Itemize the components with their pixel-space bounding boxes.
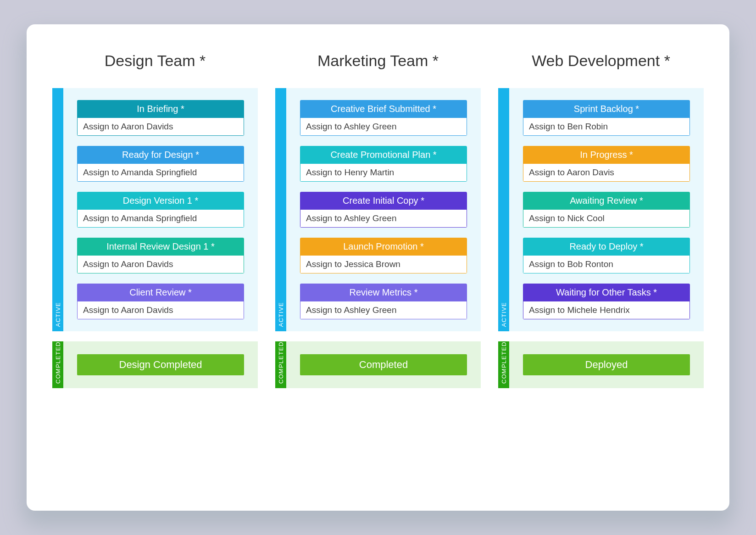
stage-title: Awaiting Review * — [523, 192, 690, 210]
completed-tab[interactable]: COMPLETED — [498, 341, 509, 388]
stage-assignee: Assign to Bob Ronton — [523, 256, 690, 273]
completed-bar[interactable]: Design Completed — [77, 354, 244, 375]
active-tab-label: ACTIVE — [278, 302, 284, 327]
active-tab[interactable]: ACTIVE — [52, 88, 63, 331]
stage[interactable]: Create Promotional Plan *Assign to Henry… — [300, 146, 467, 182]
stage-title: Client Review * — [77, 284, 244, 301]
stage-assignee: Assign to Henry Martin — [300, 164, 467, 182]
completed-bar[interactable]: Completed — [300, 354, 467, 375]
completed-tab[interactable]: COMPLETED — [52, 341, 63, 388]
active-tab[interactable]: ACTIVE — [275, 88, 286, 331]
column: Design Team *ACTIVEIn Briefing *Assign t… — [52, 52, 258, 398]
stage-assignee: Assign to Aaron Davis — [523, 164, 690, 182]
completed-panel: COMPLETEDCompleted — [275, 341, 481, 388]
stage-assignee: Assign to Ashley Green — [300, 118, 467, 136]
stage-title: Ready to Deploy * — [523, 238, 690, 256]
stage[interactable]: Launch Promotion *Assign to Jessica Brow… — [300, 238, 467, 273]
stage[interactable]: Sprint Backlog *Assign to Ben Robin — [523, 100, 690, 136]
stage[interactable]: Awaiting Review *Assign to Nick Cool — [523, 192, 690, 228]
stage-assignee: Assign to Aaron Davids — [77, 256, 244, 273]
active-tab-label: ACTIVE — [500, 302, 507, 327]
stage-title: Design Version 1 * — [77, 192, 244, 210]
stage-assignee: Assign to Ben Robin — [523, 118, 690, 136]
active-body: Creative Brief Submitted *Assign to Ashl… — [286, 88, 481, 331]
columns-wrap: Design Team *ACTIVEIn Briefing *Assign t… — [52, 52, 704, 398]
active-body: In Briefing *Assign to Aaron DavidsReady… — [63, 88, 258, 331]
stage-assignee: Assign to Ashley Green — [300, 210, 467, 228]
board-card: Design Team *ACTIVEIn Briefing *Assign t… — [27, 24, 729, 511]
column: Marketing Team *ACTIVECreative Brief Sub… — [275, 52, 481, 398]
completed-tab[interactable]: COMPLETED — [275, 341, 286, 388]
stage-title: Internal Review Design 1 * — [77, 238, 244, 256]
column-title: Marketing Team * — [275, 52, 481, 70]
stage-assignee: Assign to Nick Cool — [523, 210, 690, 228]
active-panel: ACTIVESprint Backlog *Assign to Ben Robi… — [498, 88, 704, 331]
active-tab-label: ACTIVE — [55, 302, 61, 327]
active-tab[interactable]: ACTIVE — [498, 88, 509, 331]
completed-panel: COMPLETEDDeployed — [498, 341, 704, 388]
active-panel: ACTIVEIn Briefing *Assign to Aaron David… — [52, 88, 258, 331]
stage-title: Create Initial Copy * — [300, 192, 467, 210]
stage[interactable]: Create Initial Copy *Assign to Ashley Gr… — [300, 192, 467, 228]
stage-assignee: Assign to Amanda Springfield — [77, 210, 244, 228]
stage[interactable]: Ready to Deploy *Assign to Bob Ronton — [523, 238, 690, 273]
completed-tab-label: COMPLETED — [278, 341, 284, 384]
stage[interactable]: Waiting for Other Tasks *Assign to Miche… — [523, 284, 690, 319]
stage-assignee: Assign to Jessica Brown — [300, 256, 467, 273]
stage[interactable]: Creative Brief Submitted *Assign to Ashl… — [300, 100, 467, 136]
active-panel: ACTIVECreative Brief Submitted *Assign t… — [275, 88, 481, 331]
column: Web Development *ACTIVESprint Backlog *A… — [498, 52, 704, 398]
stage-assignee: Assign to Ashley Green — [300, 301, 467, 319]
stage-title: Create Promotional Plan * — [300, 146, 467, 164]
stage-assignee: Assign to Michele Hendrix — [523, 301, 690, 319]
stage-assignee: Assign to Aaron Davids — [77, 301, 244, 319]
stage[interactable]: In Progress *Assign to Aaron Davis — [523, 146, 690, 182]
active-body: Sprint Backlog *Assign to Ben RobinIn Pr… — [509, 88, 704, 331]
stage-title: Ready for Design * — [77, 146, 244, 164]
completed-body: Design Completed — [63, 341, 258, 388]
completed-body: Deployed — [509, 341, 704, 388]
completed-panel: COMPLETEDDesign Completed — [52, 341, 258, 388]
column-title: Web Development * — [498, 52, 704, 70]
stage[interactable]: In Briefing *Assign to Aaron Davids — [77, 100, 244, 136]
stage-assignee: Assign to Amanda Springfield — [77, 164, 244, 182]
stage[interactable]: Internal Review Design 1 *Assign to Aaro… — [77, 238, 244, 273]
stage-title: Creative Brief Submitted * — [300, 100, 467, 118]
stage[interactable]: Ready for Design *Assign to Amanda Sprin… — [77, 146, 244, 182]
completed-tab-label: COMPLETED — [55, 341, 61, 384]
stage-title: In Briefing * — [77, 100, 244, 118]
column-title: Design Team * — [52, 52, 258, 70]
stage-title: Launch Promotion * — [300, 238, 467, 256]
stage-assignee: Assign to Aaron Davids — [77, 118, 244, 136]
stage[interactable]: Design Version 1 *Assign to Amanda Sprin… — [77, 192, 244, 228]
completed-tab-label: COMPLETED — [500, 341, 507, 384]
completed-bar[interactable]: Deployed — [523, 354, 690, 375]
stage[interactable]: Review Metrics *Assign to Ashley Green — [300, 284, 467, 319]
stage-title: In Progress * — [523, 146, 690, 164]
stage-title: Sprint Backlog * — [523, 100, 690, 118]
stage[interactable]: Client Review *Assign to Aaron Davids — [77, 284, 244, 319]
stage-title: Waiting for Other Tasks * — [523, 284, 690, 301]
completed-body: Completed — [286, 341, 481, 388]
stage-title: Review Metrics * — [300, 284, 467, 301]
